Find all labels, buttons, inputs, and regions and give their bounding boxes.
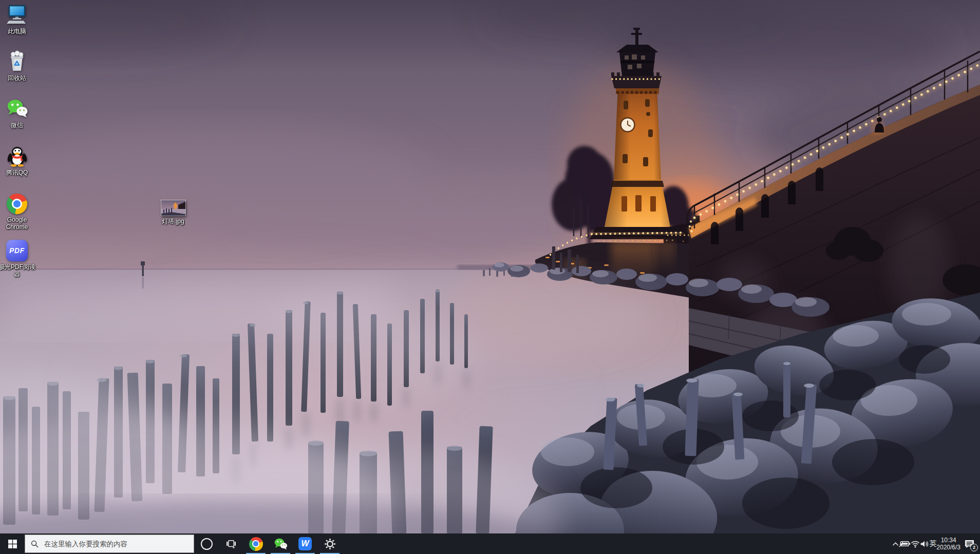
wifi-icon [911, 540, 920, 548]
clock-date: 2020/6/3 [936, 544, 960, 551]
desktop-icon-tencent-qq[interactable]: 腾讯QQ [0, 144, 36, 176]
desktop-wallpaper [0, 0, 980, 537]
action-center-button[interactable]: 2 [960, 533, 978, 554]
desktop-icon-label: 微信 [11, 122, 23, 129]
speaker-icon [920, 540, 929, 548]
task-view-button[interactable] [219, 533, 243, 554]
file-label: 灯塔.jpg [162, 218, 184, 225]
desktop-icon-label: 极光PDF阅读器 [0, 263, 36, 278]
desktop-icon-google-chrome[interactable]: Google Chrome [0, 192, 36, 231]
chevron-up-icon [892, 542, 899, 546]
desktop-icon-wechat[interactable]: 微信 [0, 97, 36, 129]
volume-button[interactable] [920, 533, 929, 554]
chrome-icon [249, 537, 263, 551]
qq-penguin-icon [6, 144, 28, 167]
search-icon [31, 540, 39, 548]
desktop-icon-label: 回收站 [8, 74, 26, 82]
wechat-icon [6, 97, 28, 120]
pdf-reader-icon: PDF [6, 239, 28, 261]
taskbar-chrome-button[interactable] [243, 533, 268, 554]
desktop-icon-pdf-reader[interactable]: PDF 极光PDF阅读器 [0, 239, 36, 278]
desktop-icon-recycle-bin[interactable]: 回收站 [0, 50, 36, 82]
desktop-icon-label: Google Chrome [0, 216, 36, 231]
wps-office-icon: W [298, 537, 312, 550]
taskbar-clock[interactable]: 10:34 2020/6/3 [936, 533, 960, 554]
desktop-file-lighthouse-jpg[interactable]: 灯塔.jpg [154, 197, 193, 225]
taskbar-settings-button[interactable] [317, 533, 342, 554]
gear-icon [324, 538, 336, 550]
input-language-indicator[interactable]: 英 [929, 533, 936, 554]
windows-logo-icon [8, 540, 17, 548]
network-status-button[interactable] [911, 533, 920, 554]
cortana-icon [201, 538, 213, 550]
taskbar-search-box[interactable] [25, 534, 194, 553]
windows-desktop: 此电脑 回收站 微信 腾讯QQ Google Chrome PDF 极光PDF阅… [0, 0, 980, 554]
taskbar: W [0, 533, 980, 554]
battery-status-button[interactable] [899, 533, 911, 554]
image-thumbnail [161, 197, 185, 216]
battery-charging-icon [899, 540, 911, 547]
search-input[interactable] [43, 540, 188, 548]
pdf-icon-text: PDF [9, 246, 25, 255]
system-tray: 英 10:34 2020/6/3 2 [892, 533, 980, 554]
desktop-icon-label: 此电脑 [8, 28, 26, 35]
this-pc-icon [6, 3, 28, 26]
recycle-bin-icon [6, 50, 28, 72]
task-view-icon [227, 540, 236, 548]
start-button[interactable] [0, 533, 25, 554]
cortana-button[interactable] [194, 533, 219, 554]
wechat-icon [274, 537, 288, 551]
chrome-icon [7, 192, 27, 214]
desktop-icon-this-pc[interactable]: 此电脑 [0, 3, 36, 35]
clock-time: 10:34 [941, 537, 956, 544]
taskbar-wechat-button[interactable] [268, 533, 293, 554]
taskbar-wps-button[interactable]: W [293, 533, 317, 554]
notification-badge: 2 [970, 544, 978, 551]
desktop-icon-label: 腾讯QQ [6, 169, 28, 176]
hidden-icons-button[interactable] [892, 533, 899, 554]
